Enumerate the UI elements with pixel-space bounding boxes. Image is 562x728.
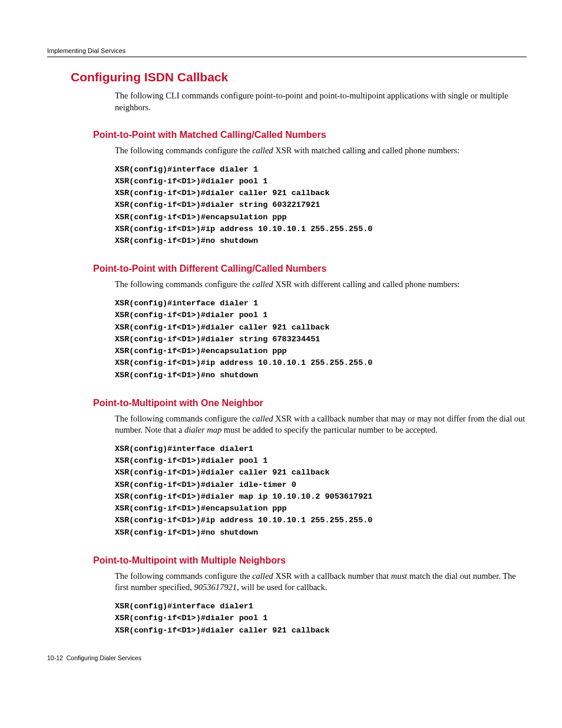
footer-title: Configuring Dialer Services <box>67 654 141 661</box>
text: must be added to specify the particular … <box>222 425 437 434</box>
sec4-paragraph: The following commands configure the cal… <box>115 571 527 594</box>
emphasis-must: must <box>391 571 407 581</box>
h2-p2p-matched: Point-to-Point with Matched Calling/Call… <box>93 130 527 140</box>
h2-p2p-different: Point-to-Point with Different Calling/Ca… <box>93 263 527 274</box>
text: The following commands configure the <box>115 414 252 423</box>
sec2-paragraph: The following commands configure the cal… <box>115 279 527 291</box>
sec1-paragraph: The following commands configure the cal… <box>115 145 527 157</box>
h1-configuring-isdn-callback: Configuring ISDN Callback <box>71 70 527 84</box>
emphasis-number: 9053617921 <box>194 582 237 592</box>
emphasis-called: called <box>252 279 273 289</box>
text: XSR with matched calling and called phon… <box>273 146 460 155</box>
text: XSR with a callback number that <box>273 571 391 581</box>
text: The following commands configure the <box>115 571 252 581</box>
sec4-code-block: XSR(config)#interface dialer1 XSR(config… <box>115 601 527 637</box>
text: XSR with different calling and called ph… <box>273 279 460 289</box>
h2-p2mp-one: Point-to-Multipoint with One Neighbor <box>93 398 527 409</box>
footer-page-number: 10-12 <box>47 654 63 661</box>
sec2-code-block: XSR(config)#interface dialer 1 XSR(confi… <box>115 298 527 381</box>
emphasis-dialer-map: dialer map <box>184 425 222 434</box>
text: , will be used for callback. <box>237 582 327 592</box>
emphasis-called: called <box>252 571 273 581</box>
h2-p2mp-multiple: Point-to-Multipoint with Multiple Neighb… <box>93 555 527 566</box>
emphasis-called: called <box>252 146 273 155</box>
running-header: Implementing Dial Services <box>47 47 527 57</box>
emphasis-called: called <box>252 414 273 423</box>
text: The following commands configure the <box>115 279 252 289</box>
text: The following commands configure the <box>115 146 252 155</box>
sec3-paragraph: The following commands configure the cal… <box>115 413 527 436</box>
sec1-code-block: XSR(config)#interface dialer 1 XSR(confi… <box>115 164 527 248</box>
sec3-code-block: XSR(config)#interface dialer1 XSR(config… <box>115 443 527 539</box>
intro-paragraph: The following CLI commands configure poi… <box>115 90 527 113</box>
page-footer: 10-12 Configuring Dialer Services <box>47 654 527 661</box>
